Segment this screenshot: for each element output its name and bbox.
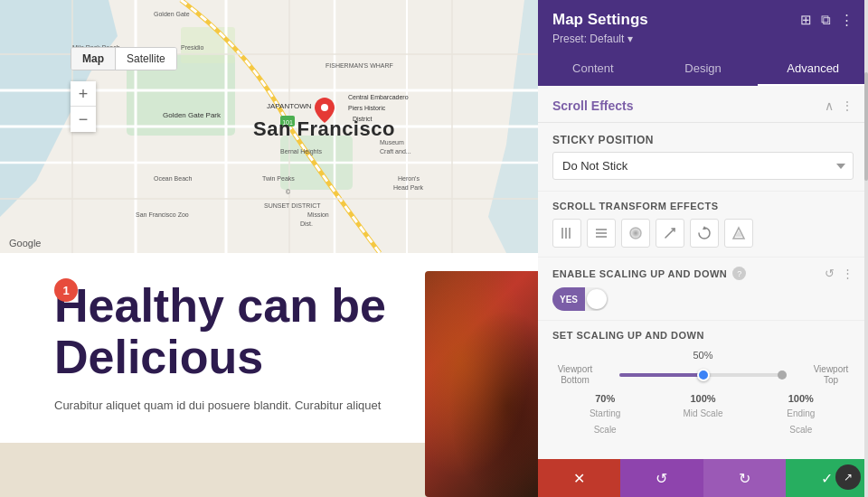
slider-row: ViewportBottom ViewportTop <box>552 364 854 386</box>
panel-title-icons: ⊞ ⧉ ⋮ <box>800 12 854 28</box>
panel-tabs: Content Design Advanced <box>538 52 868 86</box>
tilt-icon[interactable] <box>656 219 684 248</box>
svg-text:JAPANTOWN: JAPANTOWN <box>267 102 312 110</box>
svg-text:Head Park: Head Park <box>393 184 424 191</box>
rotate-icon[interactable] <box>690 219 719 248</box>
zoom-in-button[interactable]: + <box>71 81 96 107</box>
slider-thumb[interactable] <box>697 369 710 381</box>
sticky-position-select[interactable]: Do Not Stick Top of Screen Bottom of Scr… <box>552 152 854 180</box>
svg-text:FISHERMAN'S WHARF: FISHERMAN'S WHARF <box>326 62 393 69</box>
svg-point-47 <box>630 228 641 239</box>
svg-text:©: © <box>286 189 291 195</box>
transform-icons-row <box>552 219 854 248</box>
delete-button[interactable]: ✕ <box>538 459 620 497</box>
panel-header: Map Settings ⊞ ⧉ ⋮ Preset: Default ▾ <box>538 0 868 52</box>
vertical-move-icon[interactable] <box>552 219 581 248</box>
panel-body: Scroll Effects ∧ ⋮ Sticky Position Do No… <box>538 86 868 459</box>
set-scaling-section: Set Scaling Up and Down 50% ViewportBott… <box>538 320 868 445</box>
svg-text:Dist.: Dist. <box>300 220 313 227</box>
mid-scale-label: Mid Scale <box>684 408 723 418</box>
map-button[interactable]: Map <box>71 48 116 70</box>
mid-scale-pct: 100% <box>654 393 751 404</box>
ending-scale-label: EndingScale <box>787 408 815 435</box>
reset-button[interactable]: ↺ <box>620 459 703 497</box>
fullscreen-icon[interactable]: ⊞ <box>800 12 812 28</box>
zoom-out-button[interactable]: − <box>71 107 96 132</box>
split-icon[interactable]: ⧉ <box>821 12 831 28</box>
food-image <box>425 271 542 497</box>
scrollbar <box>864 0 868 497</box>
svg-text:Mission: Mission <box>307 211 329 218</box>
scroll-effects-header: Scroll Effects ∧ ⋮ <box>538 86 868 123</box>
enable-scaling-section: Enable Scaling Up and Down ? ↺ ⋮ YES <box>538 257 868 320</box>
horizontal-move-icon[interactable] <box>587 219 616 248</box>
svg-point-39 <box>321 104 328 111</box>
sticky-position-group: Sticky Position Do Not Stick Top of Scre… <box>538 123 868 191</box>
opacity-icon[interactable] <box>724 219 753 248</box>
satellite-button[interactable]: Satellite <box>116 48 176 70</box>
viewport-bottom-label: ViewportBottom <box>552 364 598 386</box>
toggle-row: YES <box>552 287 854 311</box>
map-type-controls[interactable]: Map Satellite <box>71 47 177 70</box>
more-options-icon[interactable]: ⋮ <box>842 267 854 280</box>
map-background: Golden Gate Park JAPANTOWN Presidio Ocea… <box>0 0 542 253</box>
ending-scale-group: 100% EndingScale <box>752 393 850 436</box>
scroll-transform-section: Scroll Transform Effects <box>538 191 868 257</box>
sticky-position-label: Sticky Position <box>552 134 854 146</box>
enable-scaling-toggle[interactable]: YES <box>552 287 609 311</box>
enable-label-row: Enable Scaling Up and Down ? <box>552 267 746 280</box>
redo-button[interactable]: ↻ <box>703 459 786 497</box>
enable-scaling-row: Enable Scaling Up and Down ? ↺ ⋮ <box>552 267 854 280</box>
toggle-yes-label: YES <box>552 287 585 311</box>
scaling-slider-track[interactable] <box>619 373 787 377</box>
slider-fill-left <box>619 373 703 377</box>
badge-number: 1 <box>54 278 78 302</box>
svg-text:SUNSET DISTRICT: SUNSET DISTRICT <box>264 202 321 209</box>
panel-title-row: Map Settings ⊞ ⧉ ⋮ <box>552 11 854 29</box>
fade-icon[interactable] <box>621 219 650 248</box>
set-scaling-label: Set Scaling Up and Down <box>552 330 854 341</box>
mid-scale-group: 100% Mid Scale <box>654 393 751 436</box>
svg-text:San Francisco Zoo: San Francisco Zoo <box>136 211 189 218</box>
svg-text:Bernal Heights: Bernal Heights <box>280 148 322 155</box>
tab-advanced[interactable]: Advanced <box>758 52 868 86</box>
svg-text:Ocean Beach: Ocean Beach <box>154 175 193 182</box>
mid-percentage: 50% <box>693 350 712 361</box>
map-pin <box>315 98 335 123</box>
toggle-handle <box>587 289 607 309</box>
starting-scale-group: 70% StartingScale <box>556 393 654 436</box>
tab-content[interactable]: Content <box>538 52 648 86</box>
content-text: Curabitur aliquet quam id dui posuere bl… <box>54 397 488 416</box>
tab-design[interactable]: Design <box>648 52 759 86</box>
ending-scale-pct: 100% <box>752 393 850 404</box>
scrollbar-thumb[interactable] <box>864 72 868 181</box>
more-icon[interactable]: ⋮ <box>840 12 854 28</box>
viewport-top-label: ViewportTop <box>808 364 854 386</box>
map-area: Golden Gate Park JAPANTOWN Presidio Ocea… <box>0 0 542 497</box>
starting-scale-label: StartingScale <box>590 408 620 435</box>
enable-scaling-label: Enable Scaling Up and Down <box>552 268 727 279</box>
svg-text:Golden Gate Park: Golden Gate Park <box>163 111 222 119</box>
help-icon[interactable]: ? <box>732 267 746 280</box>
enable-icons: ↺ ⋮ <box>825 267 854 280</box>
section-header-icons: ∧ ⋮ <box>825 98 854 113</box>
svg-text:Twin Peaks: Twin Peaks <box>262 175 295 182</box>
section-more-icon[interactable]: ⋮ <box>841 98 854 113</box>
svg-text:Heron's: Heron's <box>398 175 420 182</box>
scale-values-row: 70% StartingScale 100% Mid Scale 100% En… <box>552 393 854 436</box>
collapse-icon[interactable]: ∧ <box>825 98 834 113</box>
map-logo: Google <box>9 238 41 248</box>
slider-top-label: 50% <box>552 350 854 361</box>
svg-text:Presidio: Presidio <box>181 44 203 51</box>
svg-text:Piers Historic: Piers Historic <box>348 105 386 111</box>
zoom-controls: + − <box>71 81 96 132</box>
panel-preset[interactable]: Preset: Default ▾ <box>552 33 854 45</box>
transform-label: Scroll Transform Effects <box>552 201 854 211</box>
reset-icon[interactable]: ↺ <box>825 267 835 280</box>
panel-toolbar: ✕ ↺ ↻ ✓ <box>538 459 868 497</box>
starting-scale-pct: 70% <box>556 393 654 404</box>
svg-text:Craft and...: Craft and... <box>380 148 411 155</box>
content-heading: Healthy can be Delicious <box>54 280 488 383</box>
slider-right-end <box>778 370 787 380</box>
floating-action-icon[interactable]: ↗ <box>835 464 861 490</box>
